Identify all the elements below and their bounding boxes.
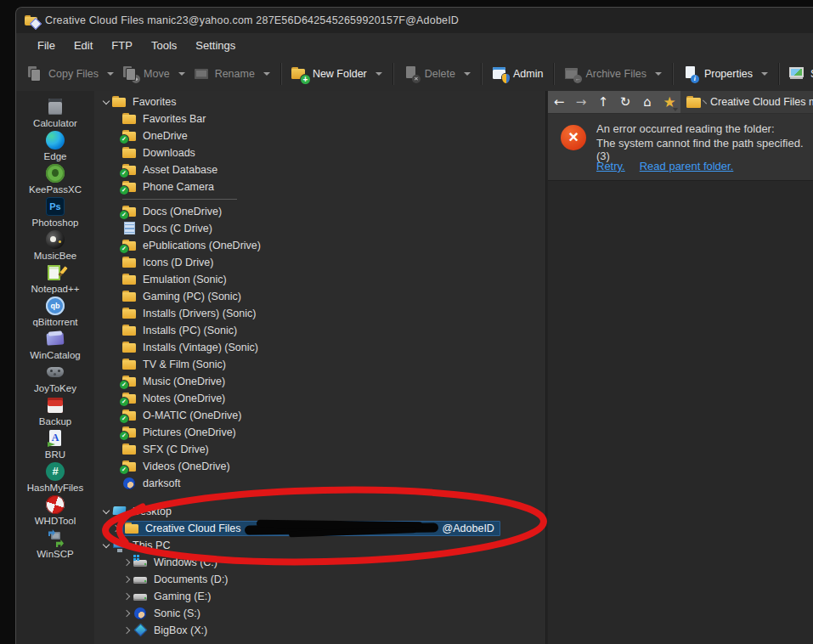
sync-badge-icon	[120, 169, 128, 178]
menu-item-ftp[interactable]: FTP	[102, 36, 142, 55]
nav-forward-button[interactable]: →	[570, 91, 592, 113]
tree-item-this-pc[interactable]: This PC	[94, 537, 545, 554]
expand-chevron-icon[interactable]	[121, 573, 133, 585]
tree-item-icons-d-drive[interactable]: Icons (D Drive)	[94, 254, 545, 271]
window-title: Creative Cloud Files manic23@yahoo.com 2…	[45, 14, 459, 26]
dropdown-arrow-icon[interactable]	[263, 72, 270, 76]
dropdown-arrow-icon[interactable]	[464, 72, 471, 76]
sidebar-app-keepassxc[interactable]: KeePassXC	[16, 164, 94, 197]
sidebar-app-hashmyfiles[interactable]: HashMyFiles	[16, 462, 94, 495]
tree-item-documents-d[interactable]: Documents (D:)	[94, 571, 545, 588]
menu-item-file[interactable]: File	[28, 36, 65, 55]
tree-item-asset-database[interactable]: Asset Database	[94, 161, 545, 178]
cube-icon	[133, 624, 149, 637]
sidebar-app-qbittorrent[interactable]: qBittorrent	[16, 297, 94, 330]
tree-item-videos-onedrive[interactable]: Videos (OneDrive)	[94, 458, 545, 475]
tree-item-bigbox-x[interactable]: BigBox (X:)	[94, 622, 545, 639]
tree-item-epublications-onedrive[interactable]: ePublications (OneDrive)	[94, 237, 545, 254]
sidebar-app-backup[interactable]: Backup	[16, 396, 94, 429]
nav-refresh-button[interactable]: ↻	[614, 91, 636, 113]
nav-favorites-button[interactable]: ★	[658, 91, 680, 113]
dropdown-arrow-icon[interactable]	[761, 72, 768, 76]
tree-item-windows-c[interactable]: Windows (C:)	[94, 554, 545, 571]
folder-sync-icon	[122, 239, 138, 252]
read-parent-folder-link[interactable]: Read parent folder.	[640, 160, 734, 172]
toolbar-button-archive-files[interactable]: Archive Files	[560, 60, 666, 88]
tree-item-installs-pc-sonic[interactable]: Installs (PC) (Sonic)	[94, 322, 545, 339]
error-icon: ×	[561, 125, 586, 150]
expand-chevron-icon[interactable]	[100, 539, 112, 551]
chevron-down-icon	[103, 541, 110, 548]
folder-icon	[122, 358, 138, 371]
tree-item-darksoft[interactable]: darksoft	[94, 475, 545, 492]
tree-item-sfx-c-drive[interactable]: SFX (C Drive)	[94, 441, 545, 458]
sidebar-app-bru[interactable]: BRU	[16, 429, 94, 462]
tree-item-desktop[interactable]: Desktop	[94, 503, 545, 520]
tree-item-creative-cloud-files[interactable]: Creative Cloud Files@AdobeID	[94, 520, 545, 537]
dropdown-arrow-icon[interactable]	[655, 72, 662, 76]
tree-item-o-matic-onedrive[interactable]: O-MATIC (OneDrive)	[94, 407, 545, 424]
tree-item-gaming-e[interactable]: Gaming (E:)	[94, 588, 545, 605]
tree-item-favorites-bar[interactable]: Favorites Bar	[94, 110, 545, 127]
expand-chevron-icon[interactable]	[121, 556, 133, 568]
expand-chevron-icon[interactable]	[121, 590, 133, 602]
menu-item-settings[interactable]: Settings	[186, 36, 245, 55]
sync-badge-icon	[120, 135, 128, 144]
tree-item-label: Emulation (Sonic)	[143, 274, 227, 285]
tree-item-installs-drivers-sonic[interactable]: Installs (Drivers) (Sonic)	[94, 305, 545, 322]
title-bar[interactable]: Creative Cloud Files manic23@yahoo.com 2…	[16, 8, 813, 33]
tree-item-label: This PC	[133, 539, 170, 551]
nav-back-button[interactable]: ←	[548, 91, 570, 113]
delete-icon	[404, 66, 420, 82]
tree-item-docs-onedrive[interactable]: Docs (OneDrive)	[94, 203, 545, 220]
expand-chevron-icon[interactable]	[121, 624, 133, 636]
tree-item-favorites[interactable]: Favorites	[94, 93, 545, 110]
toolbar-button-rename[interactable]: Rename	[189, 60, 274, 88]
tree-item-notes-onedrive[interactable]: Notes (OneDrive)	[94, 390, 545, 407]
toolbar-button-slideshow[interactable]: Slide	[785, 60, 813, 88]
breadcrumb-path: Creative Cloud Files ma	[710, 96, 813, 108]
expand-chevron-icon[interactable]	[121, 607, 133, 619]
tree-item-installs-vintage-sonic[interactable]: Installs (Vintage) (Sonic)	[94, 339, 545, 356]
tree-item-downloads[interactable]: Downloads	[94, 144, 545, 161]
sidebar-app-musicbee[interactable]: MusicBee	[16, 230, 94, 263]
sidebar-app-notepadpp[interactable]: Notepad++	[16, 263, 94, 297]
retry-link[interactable]: Retry.	[596, 160, 625, 172]
tree-item-gaming-pc-sonic[interactable]: Gaming (PC) (Sonic)	[94, 288, 545, 305]
sidebar-app-edge[interactable]: Edge	[16, 131, 94, 164]
toolbar-button-copy-files[interactable]: Copy Files	[23, 60, 118, 88]
dropdown-arrow-icon[interactable]	[375, 72, 382, 76]
sidebar-app-photoshop[interactable]: Photoshop	[16, 197, 94, 230]
tree-item-phone-camera[interactable]: Phone Camera	[94, 178, 545, 195]
sidebar-app-whdtool[interactable]: WHDTool	[16, 495, 94, 528]
expand-chevron-icon[interactable]	[100, 506, 112, 517]
toolbar-button-admin[interactable]: Admin	[488, 60, 547, 88]
sidebar-app-joytokey[interactable]: JoyToKey	[16, 363, 94, 396]
toolbar-button-new-folder[interactable]: New Folder	[287, 60, 387, 88]
tree-item-pictures-onedrive[interactable]: Pictures (OneDrive)	[94, 424, 545, 441]
menu-item-edit[interactable]: Edit	[65, 36, 102, 55]
dropdown-arrow-icon[interactable]	[107, 72, 114, 76]
sidebar-app-winscp[interactable]: WinSCP	[16, 528, 94, 562]
toolbar-button-move[interactable]: Move	[118, 60, 189, 88]
toolbar-button-properties[interactable]: Properties	[679, 60, 772, 88]
breadcrumb[interactable]: Creative Cloud Files ma	[680, 91, 813, 113]
expand-chevron-icon[interactable]	[100, 96, 112, 108]
nav-up-button[interactable]: ↑	[592, 91, 614, 113]
tree-item-emulation-sonic[interactable]: Emulation (Sonic)	[94, 271, 545, 288]
sidebar-app-label: KeePassXC	[16, 184, 94, 195]
sidebar-app-calculator[interactable]: Calculator	[16, 98, 94, 131]
tree-item-sonic-s[interactable]: Sonic (S:)	[94, 605, 545, 622]
tree-item-music-onedrive[interactable]: Music (OneDrive)	[94, 373, 545, 390]
nav-home-button[interactable]: ⌂	[636, 91, 658, 113]
dropdown-arrow-icon[interactable]	[178, 72, 185, 76]
tree-item-tv-film-sonic[interactable]: TV & Film (Sonic)	[94, 356, 545, 373]
tree-item-onedrive[interactable]: OneDrive	[94, 127, 545, 144]
file-list-area[interactable]	[548, 181, 813, 644]
menu-item-tools[interactable]: Tools	[142, 36, 186, 55]
toolbar-button-delete[interactable]: Delete	[399, 60, 475, 88]
expand-chevron-icon[interactable]	[110, 523, 122, 534]
sidebar-app-wincatalog[interactable]: WinCatalog	[16, 330, 94, 363]
tree-item-docs-c-drive[interactable]: Docs (C Drive)	[94, 220, 545, 237]
toolbar-button-label: Delete	[425, 68, 455, 80]
